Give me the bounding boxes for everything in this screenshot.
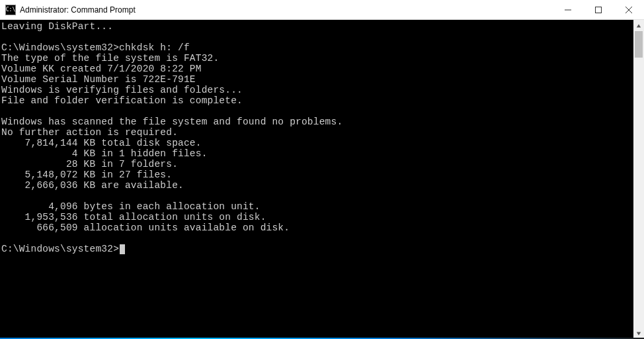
terminal-area: Leaving DiskPart... C:\Windows\system32>… xyxy=(0,20,644,339)
window-controls xyxy=(553,0,644,19)
terminal-output[interactable]: Leaving DiskPart... C:\Windows\system32>… xyxy=(0,20,633,339)
minimize-button[interactable] xyxy=(553,0,583,19)
scrollbar-up-button[interactable] xyxy=(633,20,644,31)
window-title: Administrator: Command Prompt xyxy=(20,5,553,15)
svg-rect-1 xyxy=(596,7,602,13)
scrollbar-thumb[interactable] xyxy=(635,31,643,58)
maximize-button[interactable] xyxy=(583,0,614,19)
cmd-icon: C:\ xyxy=(5,5,16,15)
svg-marker-4 xyxy=(637,24,641,27)
cursor xyxy=(120,244,125,254)
close-button[interactable] xyxy=(614,0,644,19)
vertical-scrollbar[interactable] xyxy=(633,20,644,339)
titlebar[interactable]: C:\ Administrator: Command Prompt xyxy=(0,0,644,20)
terminal-prompt: C:\Windows\system32> xyxy=(1,244,119,254)
svg-marker-5 xyxy=(637,332,641,335)
